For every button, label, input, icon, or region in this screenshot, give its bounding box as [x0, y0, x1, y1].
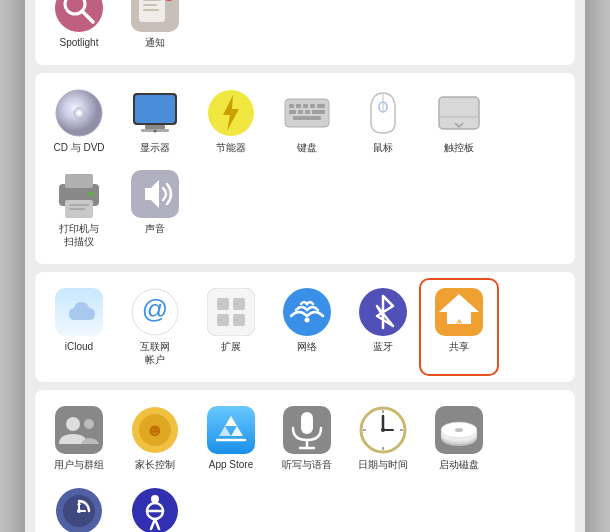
icloud-label: iCloud: [65, 340, 93, 353]
pref-users[interactable]: 用户与群组: [43, 400, 115, 477]
svg-rect-51: [143, 0, 161, 1]
svg-point-96: [283, 288, 331, 336]
pref-cd[interactable]: CD 与 DVD: [43, 83, 115, 160]
pref-network[interactable]: 网络: [271, 282, 343, 372]
spotlight-icon: [55, 0, 103, 32]
pref-display[interactable]: 显示器: [119, 83, 191, 160]
internet-icon: @: [131, 288, 179, 336]
pref-notification[interactable]: 3 通知: [119, 0, 191, 55]
svg-rect-95: [233, 314, 245, 326]
cd-icon: [55, 89, 103, 137]
svg-point-63: [154, 130, 157, 133]
pref-sound[interactable]: 声音: [119, 164, 191, 254]
svg-point-58: [77, 111, 81, 115]
svg-rect-60: [135, 95, 175, 123]
svg-rect-92: [217, 298, 229, 310]
mouse-label: 鼠标: [373, 141, 393, 154]
pref-extend[interactable]: 扩展: [195, 282, 267, 372]
svg-text:⚠: ⚠: [455, 318, 463, 328]
svg-rect-107: [207, 406, 255, 454]
bluetooth-icon: [359, 288, 407, 336]
pref-startup[interactable]: 启动磁盘: [423, 400, 495, 477]
cd-label: CD 与 DVD: [53, 141, 104, 154]
pref-printer[interactable]: 打印机与扫描仪: [43, 164, 115, 254]
svg-rect-91: [207, 288, 255, 336]
svg-rect-61: [145, 125, 165, 129]
svg-rect-53: [143, 9, 159, 11]
parental-icon: ☻: [131, 406, 179, 454]
svg-rect-79: [439, 97, 479, 129]
section-internet: iCloud @ 互联网帐户: [35, 272, 575, 382]
pref-share[interactable]: ⚠ 共享: [423, 282, 495, 372]
svg-rect-76: [293, 116, 321, 120]
network-icon: [283, 288, 331, 336]
energy-label: 节能器: [216, 141, 246, 154]
svg-rect-68: [296, 104, 301, 108]
energy-icon: [207, 89, 255, 137]
startup-icon: [435, 406, 483, 454]
users-label: 用户与群组: [54, 458, 104, 471]
display-icon: [131, 89, 179, 137]
datetime-label: 日期与时间: [358, 458, 408, 471]
svg-rect-93: [233, 298, 245, 310]
svg-rect-82: [65, 174, 93, 188]
sound-label: 声音: [145, 222, 165, 235]
pref-appstore[interactable]: App Store: [195, 400, 267, 477]
pref-keyboard[interactable]: 键盘: [271, 83, 343, 160]
spotlight-label: Spotlight: [60, 36, 99, 49]
preferences-content: ≡ 通用: [25, 0, 585, 532]
accessibility-icon: [131, 487, 179, 532]
bluetooth-label: 蓝牙: [373, 340, 393, 353]
pref-spotlight[interactable]: Spotlight: [43, 0, 115, 55]
printer-label: 打印机与扫描仪: [59, 222, 99, 248]
svg-rect-71: [317, 104, 325, 108]
svg-point-116: [381, 428, 385, 432]
svg-point-97: [305, 318, 310, 323]
appstore-label: App Store: [209, 458, 253, 471]
section-system: 用户与群组 ☻ 家长控制: [35, 390, 575, 532]
startup-label: 启动磁盘: [439, 458, 479, 471]
svg-point-103: [84, 419, 94, 429]
svg-rect-73: [298, 110, 303, 114]
pref-parental[interactable]: ☻ 家长控制: [119, 400, 191, 477]
notification-label: 通知: [145, 36, 165, 49]
network-label: 网络: [297, 340, 317, 353]
svg-rect-85: [69, 208, 85, 210]
dictation-label: 听写与语音: [282, 458, 332, 471]
pref-energy[interactable]: 节能器: [195, 83, 267, 160]
svg-text:☻: ☻: [146, 420, 165, 440]
svg-rect-74: [305, 110, 310, 114]
icloud-icon: [55, 288, 103, 336]
pref-icloud[interactable]: iCloud: [43, 282, 115, 372]
svg-rect-67: [289, 104, 294, 108]
pref-dictation[interactable]: 听写与语音: [271, 400, 343, 477]
svg-rect-84: [69, 204, 89, 206]
svg-point-86: [89, 192, 94, 197]
share-icon: ⚠: [435, 288, 483, 336]
datetime-icon: [359, 406, 407, 454]
pref-accessibility[interactable]: 辅助功能: [119, 481, 191, 532]
internet-label: 互联网帐户: [140, 340, 170, 366]
pref-datetime[interactable]: 日期与时间: [347, 400, 419, 477]
svg-point-127: [455, 428, 463, 432]
pref-bluetooth[interactable]: 蓝牙: [347, 282, 419, 372]
svg-point-132: [77, 509, 81, 513]
extend-label: 扩展: [221, 340, 241, 353]
sound-icon: [131, 170, 179, 218]
section1-grid: ≡ 通用: [43, 0, 567, 55]
extend-icon: [207, 288, 255, 336]
svg-rect-72: [289, 110, 296, 114]
share-label: 共享: [449, 340, 469, 353]
timemachine-icon: [55, 487, 103, 532]
keyboard-label: 键盘: [297, 141, 317, 154]
pref-trackpad[interactable]: 触控板: [423, 83, 495, 160]
pref-mouse[interactable]: 鼠标: [347, 83, 419, 160]
svg-point-46: [55, 0, 103, 32]
section-hardware: CD 与 DVD 显示器: [35, 73, 575, 264]
svg-rect-94: [217, 314, 229, 326]
pref-timemachine[interactable]: Time Machine: [43, 481, 115, 532]
svg-rect-69: [303, 104, 308, 108]
users-icon: [55, 406, 103, 454]
svg-rect-110: [301, 412, 313, 434]
pref-internet[interactable]: @ 互联网帐户: [119, 282, 191, 372]
